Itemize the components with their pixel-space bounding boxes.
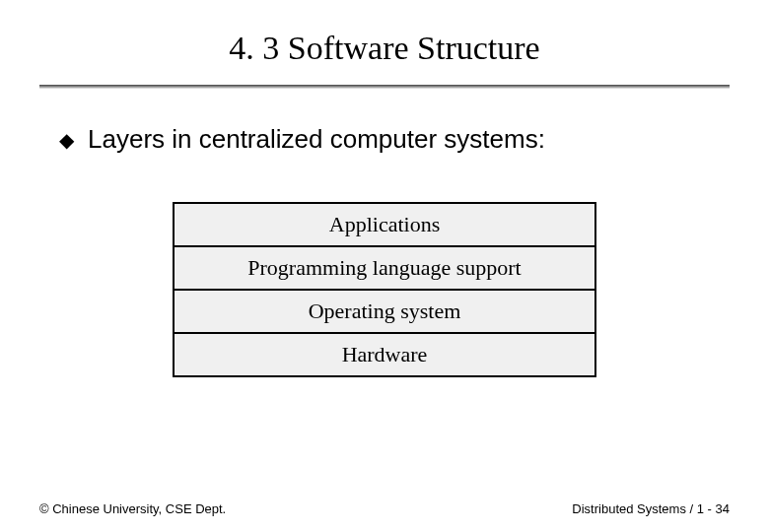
layer-box: Operating system: [173, 291, 596, 334]
layer-box: Applications: [173, 202, 596, 247]
bullet-line: ◆ Layers in centralized computer systems…: [39, 124, 730, 155]
footer: © Chinese University, CSE Dept. Distribu…: [39, 501, 730, 516]
bullet-text: Layers in centralized computer systems:: [88, 124, 545, 155]
layer-box: Programming language support: [173, 247, 596, 291]
layer-stack: Applications Programming language suppor…: [173, 202, 596, 377]
slide: 4. 3 Software Structure ◆ Layers in cent…: [0, 0, 769, 532]
title-rule: [39, 85, 730, 89]
footer-right: Distributed Systems / 1 - 34: [572, 501, 730, 516]
footer-left: © Chinese University, CSE Dept.: [39, 501, 226, 516]
layer-box: Hardware: [173, 334, 596, 377]
diamond-bullet-icon: ◆: [59, 130, 74, 150]
slide-title: 4. 3 Software Structure: [39, 30, 730, 67]
